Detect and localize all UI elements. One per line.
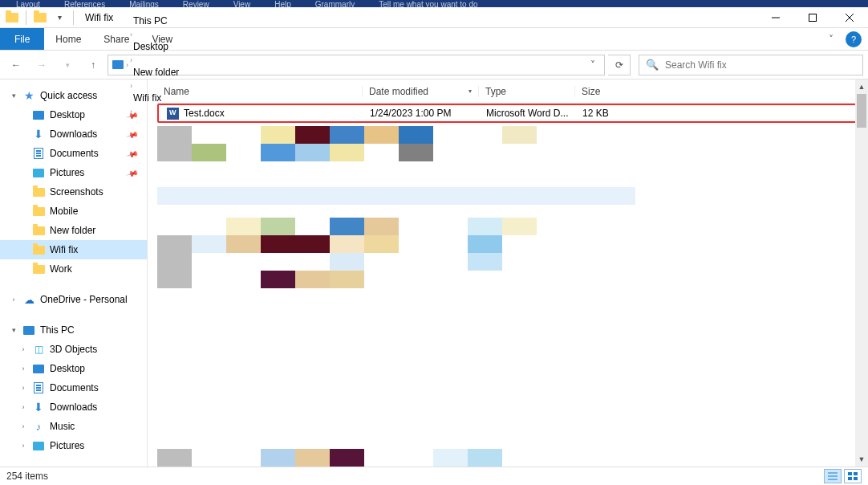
nav-label: New folder	[50, 225, 95, 236]
chevron-right-icon[interactable]: ›	[19, 384, 27, 392]
navigation-pane[interactable]: ▾ ★ Quick access Desktop 📌 ⬇ Downloads 📌…	[0, 79, 148, 467]
nav-onedrive[interactable]: › ☁ OneDrive - Personal	[0, 290, 147, 309]
nav-label: Pictures	[50, 167, 84, 178]
breadcrumb-item[interactable]: Desktop	[130, 39, 182, 54]
back-button[interactable]: ←	[5, 54, 27, 76]
nav-item-desktop[interactable]: Desktop 📌	[0, 105, 147, 124]
nav-label: Downloads	[50, 401, 97, 413]
nav-item-downloads[interactable]: ⬇ Downloads 📌	[0, 124, 147, 144]
qat-divider	[26, 10, 26, 25]
column-type[interactable]: Type	[478, 86, 574, 97]
chevron-right-icon[interactable]: ›	[19, 403, 27, 411]
column-date[interactable]: Date modified▾	[362, 86, 478, 97]
svg-rect-1	[809, 14, 817, 21]
nav-item-pictures[interactable]: Pictures 📌	[0, 163, 147, 182]
column-size[interactable]: Size	[574, 86, 640, 97]
music-icon: ♪	[32, 420, 45, 433]
file-date: 1/24/2023 1:00 PM	[362, 108, 478, 119]
chevron-right-icon[interactable]: ›	[19, 365, 27, 373]
chevron-right-icon[interactable]: ›	[10, 295, 18, 304]
nav-item-documents[interactable]: › Documents	[0, 378, 147, 397]
folder-app-icon	[3, 9, 21, 26]
scroll-thumb[interactable]	[857, 94, 866, 128]
pin-icon: 📌	[126, 108, 139, 121]
nav-item-documents[interactable]: Documents 📌	[0, 144, 147, 163]
nav-label: Pictures	[50, 440, 84, 451]
folder-icon	[32, 205, 45, 218]
breadcrumb-item[interactable]: New folder	[130, 65, 182, 79]
nav-item-music[interactable]: › ♪ Music	[0, 417, 147, 436]
nav-item-mobile[interactable]: Mobile	[0, 202, 147, 221]
nav-item-desktop[interactable]: › Desktop	[0, 359, 147, 378]
pic-icon	[32, 166, 45, 179]
pin-icon: 📌	[126, 147, 139, 160]
refresh-button[interactable]: ⟳	[608, 55, 631, 75]
qat-folder-icon[interactable]	[31, 9, 49, 26]
pic-icon	[32, 439, 45, 452]
nav-label: 3D Objects	[50, 344, 97, 355]
star-icon: ★	[22, 89, 35, 102]
nav-this-pc[interactable]: ▾ This PC	[0, 320, 147, 340]
file-list-pane[interactable]: Name Date modified▾ Type Size Test.docx …	[148, 79, 868, 467]
search-icon: 🔍	[646, 59, 659, 71]
nav-label: This PC	[40, 324, 75, 336]
search-box[interactable]: 🔍	[639, 55, 863, 75]
maximize-button[interactable]	[794, 7, 831, 28]
nav-label: Wifi fix	[50, 244, 78, 255]
details-view-button[interactable]	[824, 469, 842, 483]
nav-label: Mobile	[50, 206, 78, 217]
scroll-up-button[interactable]: ▲	[855, 79, 868, 94]
address-bar[interactable]: › This PC›Desktop›New folder›Wifi fix› ˅	[107, 55, 605, 75]
minimize-button[interactable]	[757, 7, 794, 28]
redacted-content-block	[157, 449, 502, 467]
up-button[interactable]: ↑	[82, 54, 104, 76]
folder-icon	[32, 263, 45, 275]
word-file-icon	[167, 108, 179, 120]
breadcrumb-item[interactable]: This PC	[130, 14, 182, 28]
chevron-right-icon[interactable]: ›	[19, 442, 27, 450]
close-button[interactable]	[831, 7, 868, 28]
nav-label: Screenshots	[50, 186, 103, 198]
nav-label: Documents	[50, 382, 99, 393]
folder-icon	[32, 224, 45, 237]
nav-quick-access[interactable]: ▾ ★ Quick access	[0, 86, 147, 105]
qat-dropdown[interactable]: ▾	[51, 9, 68, 26]
chevron-down-icon[interactable]: ▾	[10, 92, 18, 100]
item-count: 254 items	[6, 471, 48, 482]
redacted-row	[157, 187, 635, 205]
vertical-scrollbar[interactable]: ▲ ▼	[855, 79, 868, 467]
nav-label: Music	[50, 421, 75, 432]
dl-icon: ⬇	[32, 128, 45, 141]
3d-icon: ◫	[32, 343, 45, 356]
background-word-ribbon: LayoutReferencesMailingsReviewViewHelpGr…	[0, 0, 868, 7]
help-button[interactable]: ?	[846, 31, 862, 47]
chevron-right-icon[interactable]: ›	[19, 345, 27, 353]
ribbon-expand-icon[interactable]: ˅	[823, 34, 839, 45]
nav-item-new-folder[interactable]: New folder	[0, 221, 147, 240]
recent-dropdown[interactable]: ▾	[56, 54, 79, 76]
large-icons-view-button[interactable]	[844, 469, 862, 483]
pin-icon: 📌	[126, 166, 139, 179]
nav-item-work[interactable]: Work	[0, 259, 147, 279]
tab-file[interactable]: File	[0, 28, 44, 50]
nav-label: OneDrive - Personal	[40, 294, 128, 305]
search-input[interactable]	[665, 59, 856, 71]
nav-item-3d-objects[interactable]: › ◫ 3D Objects	[0, 340, 147, 359]
scroll-down-button[interactable]: ▼	[855, 452, 868, 467]
svg-rect-9	[848, 477, 852, 480]
pc-icon	[112, 59, 124, 71]
nav-item-pictures[interactable]: › Pictures	[0, 436, 147, 455]
folder-icon	[32, 185, 45, 198]
nav-item-downloads[interactable]: › ⬇ Downloads	[0, 397, 147, 417]
forward-button[interactable]: →	[30, 54, 53, 76]
nav-item-screenshots[interactable]: Screenshots	[0, 182, 147, 202]
svg-rect-7	[848, 472, 852, 475]
chevron-down-icon[interactable]: ▾	[10, 326, 18, 334]
chevron-right-icon[interactable]: ›	[19, 422, 27, 430]
tab-home[interactable]: Home	[44, 28, 92, 50]
address-dropdown-icon[interactable]: ˅	[585, 59, 601, 71]
nav-item-wifi-fix[interactable]: Wifi fix	[0, 240, 147, 259]
dl-icon: ⬇	[32, 401, 45, 414]
file-row-highlighted[interactable]: Test.docx 1/24/2023 1:00 PM Microsoft Wo…	[157, 104, 868, 123]
column-name[interactable]: Name	[157, 86, 362, 97]
